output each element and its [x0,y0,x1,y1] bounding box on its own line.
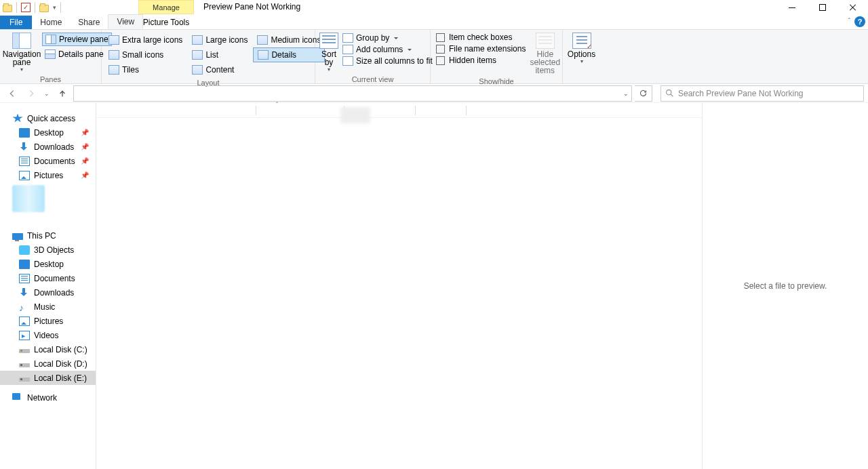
ribbon-group-panes: Navigation pane ▾ Preview pane Details p… [0,30,102,83]
tree-network[interactable]: Network [0,390,96,405]
group-by-button[interactable]: Group by [340,33,435,43]
layout-icon [258,50,269,60]
tree-pictures-pc[interactable]: Pictures [0,314,96,328]
files-pane[interactable]: ˆ [96,103,702,469]
add-columns-button[interactable]: Add columns [340,44,435,55]
hide-selected-label: Hide selected items [530,50,560,75]
tree-pictures[interactable]: Pictures📌 [0,168,96,182]
minimize-button[interactable] [776,0,807,15]
videos-icon [19,331,30,340]
new-folder-icon[interactable] [39,5,49,12]
tree-quick-access[interactable]: Quick access [0,111,96,125]
tree-label: Videos [34,331,58,340]
layout-list[interactable]: List [188,47,252,62]
chevron-down-icon: ▾ [328,66,330,73]
svg-line-1 [671,94,673,96]
column-separator[interactable] [256,106,256,115]
tab-home[interactable]: Home [32,16,70,29]
options-button[interactable]: Options ▾ [566,31,597,66]
file-extensions-toggle[interactable]: File name extensions [436,44,526,54]
checkbox-label: File name extensions [449,44,526,54]
layout-details[interactable]: Details [253,47,325,62]
column-separator[interactable] [466,106,467,115]
chevron-down-icon: ▾ [20,66,23,73]
folder-icon [3,5,12,12]
tree-label: Documents [34,157,75,166]
desktop-icon [19,128,30,138]
layout-content[interactable]: Content [188,62,252,77]
maximize-button[interactable] [807,0,837,15]
item-checkboxes-toggle[interactable]: Item check boxes [436,33,526,42]
preview-pane: Select a file to preview. [702,103,868,469]
close-icon [849,3,857,12]
hidden-items-toggle[interactable]: Hidden items [436,56,526,65]
group-icon [342,33,353,43]
disk-icon [19,363,30,367]
contextual-tab-header: Manage [138,0,194,14]
layout-label: Small icons [122,50,163,60]
tree-downloads[interactable]: Downloads📌 [0,140,96,154]
hide-selected-button[interactable]: Hide selected items [528,31,561,76]
tab-picture-tools[interactable]: Picture Tools [138,15,194,27]
tree-local-disk-e[interactable]: Local Disk (E:) [0,371,96,385]
navigation-pane-button[interactable]: Navigation pane ▾ [3,31,41,74]
tree-desktop[interactable]: Desktop📌 [0,125,96,140]
navigation-tree[interactable]: Quick access Desktop📌 Downloads📌 Documen… [0,103,96,469]
column-headers[interactable]: ˆ [96,103,702,118]
layout-large[interactable]: Large icons [188,33,252,47]
up-button[interactable] [54,85,71,102]
tab-file[interactable]: File [0,16,32,29]
layout-small[interactable]: Small icons [104,47,186,62]
search-icon [665,89,674,98]
size-columns-label: Size all columns to fit [356,56,433,66]
ribbon: Navigation pane ▾ Preview pane Details p… [0,30,868,84]
svg-point-0 [667,90,671,95]
forward-button[interactable] [23,85,39,102]
tree-downloads-pc[interactable]: Downloads [0,285,96,300]
tree-videos[interactable]: Videos [0,328,96,342]
disk-icon [19,349,30,353]
tree-documents[interactable]: Documents📌 [0,154,96,168]
details-pane-label: Details pane [58,49,104,59]
properties-icon[interactable]: ✓ [21,3,31,12]
layout-icon [192,65,203,75]
close-button[interactable] [837,0,868,15]
content-area: ˆ Select a file to preview. [96,103,868,469]
window-title: Preview Pane Not Working [203,2,300,12]
preview-pane-icon [45,35,56,44]
explorer-body: Quick access Desktop📌 Downloads📌 Documen… [0,103,868,469]
refresh-button[interactable] [635,85,652,102]
qat-dropdown-icon[interactable]: ▾ [53,4,56,11]
tree-label: Network [27,393,57,403]
tab-share[interactable]: Share [70,16,108,29]
tree-local-disk-d[interactable]: Local Disk (D:) [0,356,96,371]
layout-icon [257,35,268,45]
tree-label: Local Disk (D:) [34,359,87,369]
tree-desktop-pc[interactable]: Desktop [0,257,96,271]
tree-this-pc[interactable]: This PC [0,228,96,243]
layout-extra-large[interactable]: Extra large icons [104,33,186,47]
layout-tiles[interactable]: Tiles [104,62,186,77]
separator [16,2,17,13]
back-button[interactable] [4,85,20,102]
address-bar[interactable]: ⌄ [73,85,632,102]
help-icon[interactable]: ? [854,16,865,27]
collapse-ribbon-icon[interactable]: ˆ [848,18,850,25]
tree-label: Music [34,302,55,312]
search-box[interactable]: Search Preview Pane Not Working [660,85,864,102]
group-by-label: Group by [356,33,389,43]
tree-3d-objects[interactable]: 3D Objects [0,243,96,257]
layout-medium[interactable]: Medium icons [253,33,325,47]
sort-indicator-icon: ˆ [276,101,278,108]
checkbox-icon [436,56,445,65]
separator [35,2,35,13]
redacted-item [12,185,45,212]
sort-by-button[interactable]: Sort by ▾ [318,31,340,74]
tree-music[interactable]: Music [0,300,96,314]
size-columns-button[interactable]: Size all columns to fit [340,56,435,66]
tree-documents-pc[interactable]: Documents [0,271,96,285]
column-separator[interactable] [415,106,416,115]
tree-local-disk-c[interactable]: Local Disk (C:) [0,342,96,356]
address-dropdown-icon[interactable]: ⌄ [623,90,629,97]
recent-locations-button[interactable]: ⌄ [42,85,52,102]
